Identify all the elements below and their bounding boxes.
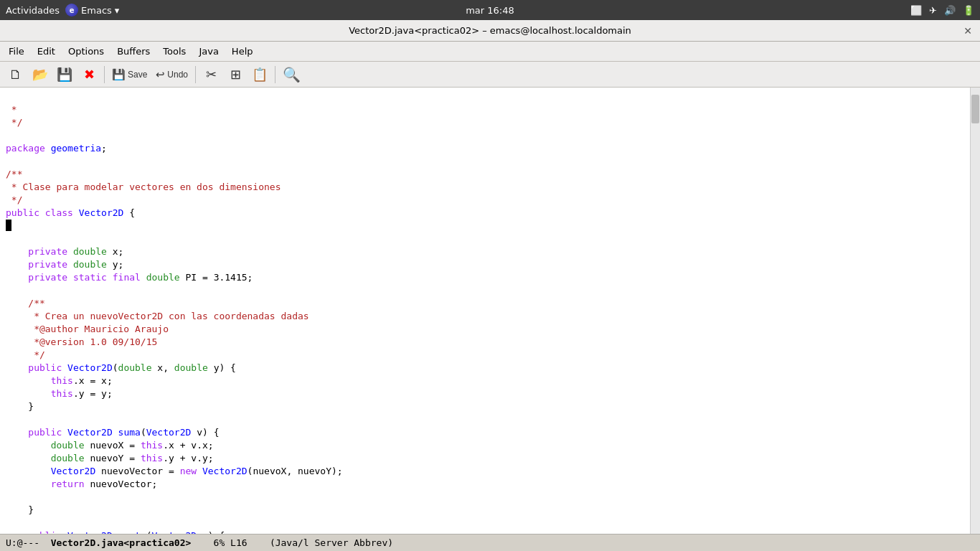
toolbar-separator-1 [104, 66, 105, 83]
code-line: Vector2D nuevoVector = new Vector2D(nuev… [6, 466, 343, 476]
menu-file[interactable]: File [3, 44, 30, 59]
new-file-button[interactable]: 🗋 [4, 64, 27, 85]
status-mode: U:@--- [6, 537, 39, 548]
search-icon: 🔍 [283, 67, 301, 82]
code-line: public Vector2D(double x, double y) { [6, 362, 236, 373]
code-line: return nuevoVector; [6, 479, 157, 489]
menu-edit[interactable]: Edit [32, 44, 61, 59]
code-line: private double x; [6, 246, 123, 257]
status-bar: U:@--- Vector2D.java<practica02> 6% L16 … [0, 534, 980, 551]
battery-icon[interactable]: 🔋 [963, 5, 974, 16]
menu-options[interactable]: Options [62, 44, 110, 59]
paste-icon: 📋 [252, 68, 268, 81]
code-line: public Vector2D resta(Vector2D v) { [6, 530, 225, 534]
code-line: *@version 1.0 09/10/15 [6, 336, 157, 347]
code-line: } [6, 401, 34, 412]
open-file-icon: 📂 [32, 68, 48, 81]
menu-help[interactable]: Help [226, 44, 259, 59]
editor-container[interactable]: * */ package geometria; /** * Clase para… [0, 88, 980, 534]
title-bar: Vector2D.java<practica02> – emacs@localh… [0, 20, 980, 42]
code-line: /** [6, 169, 22, 179]
code-line: */ [6, 349, 45, 360]
code-cursor-line [6, 220, 11, 231]
undo-label: Undo [167, 70, 188, 80]
code-line: public class Vector2D { [6, 207, 135, 218]
code-line: */ [6, 194, 22, 205]
toolbar-separator-2 [195, 66, 196, 83]
menu-bar: File Edit Options Buffers Tools Java Hel… [0, 42, 980, 62]
code-line: } [6, 504, 34, 515]
code-line: public Vector2D suma(Vector2D v) { [6, 427, 219, 438]
status-buffer: Vector2D.java<practica02> [51, 537, 192, 548]
system-bar-left: Actividades e Emacs ▾ [6, 4, 119, 17]
copy-button[interactable]: ⊞ [224, 64, 247, 85]
app-switcher[interactable]: e Emacs ▾ [65, 4, 119, 17]
scrollbar[interactable] [970, 88, 980, 534]
save-named-label: Save [128, 70, 147, 80]
status-line: L16 [230, 537, 247, 548]
menu-buffers[interactable]: Buffers [111, 44, 156, 59]
app-dropdown-icon[interactable]: ▾ [115, 5, 120, 16]
code-line: /** [6, 298, 45, 309]
system-bar-right: ⬜ ✈ 🔊 🔋 [910, 5, 974, 16]
toolbar-separator-3 [275, 66, 275, 83]
code-line: double nuevoY = this.y + v.y; [6, 453, 214, 463]
paste-button[interactable]: 📋 [248, 64, 271, 85]
code-line: */ [6, 117, 22, 128]
search-button[interactable]: 🔍 [279, 64, 304, 85]
cut-icon: ✖ [84, 68, 95, 81]
system-bar-clock: mar 16:48 [466, 5, 514, 16]
code-line: this.x = x; [6, 375, 113, 386]
undo-button[interactable]: ↩ Undo [152, 64, 192, 85]
save-file-button[interactable]: 💾 [53, 64, 76, 85]
system-bar: Actividades e Emacs ▾ mar 16:48 ⬜ ✈ 🔊 🔋 [0, 0, 980, 20]
code-line: * Clase para modelar vectores en dos dim… [6, 182, 281, 192]
close-window-button[interactable]: ✕ [961, 24, 974, 37]
save-named-button[interactable]: 💾 Save [108, 64, 151, 85]
menu-java[interactable]: Java [193, 44, 224, 59]
status-position: 6% [214, 537, 225, 548]
editor-content[interactable]: * */ package geometria; /** * Clase para… [0, 88, 970, 534]
code-line: *@author Mauricio Araujo [6, 324, 169, 334]
code-line: private static final double PI = 3.1415; [6, 272, 253, 283]
scrollbar-thumb[interactable] [971, 95, 979, 123]
emacs-logo: e [65, 4, 78, 17]
copy-icon: ⊞ [230, 68, 241, 81]
code-line: * [6, 104, 17, 115]
cut-button[interactable]: ✖ [77, 64, 100, 85]
save-file-icon: 💾 [57, 68, 72, 81]
code-line: * Crea un nuevoVector2D con las coordena… [6, 311, 309, 321]
cut2-icon: ✂ [206, 68, 217, 81]
undo-icon: ↩ [156, 68, 165, 81]
code-line: package geometria; [6, 143, 107, 154]
save-named-icon: 💾 [112, 68, 126, 81]
window-icon[interactable]: ⬜ [910, 5, 922, 16]
activities-button[interactable]: Actividades [6, 5, 60, 16]
new-file-icon: 🗋 [9, 68, 22, 81]
open-file-button[interactable]: 📂 [29, 64, 52, 85]
airplane-icon[interactable]: ✈ [929, 5, 937, 16]
code-line: double nuevoX = this.x + v.x; [6, 440, 214, 451]
code-line: this.y = y; [6, 388, 113, 399]
volume-icon[interactable]: 🔊 [944, 5, 956, 16]
menu-tools[interactable]: Tools [157, 44, 192, 59]
status-modes: (Java/l Server Abbrev) [270, 537, 393, 548]
toolbar: 🗋 📂 💾 ✖ 💾 Save ↩ Undo ✂ ⊞ 📋 🔍 [0, 62, 980, 88]
app-name-label: Emacs [81, 5, 112, 16]
code-line: private double y; [6, 259, 123, 270]
cut2-button[interactable]: ✂ [199, 64, 222, 85]
window-title: Vector2D.java<practica02> – emacs@localh… [349, 25, 631, 36]
